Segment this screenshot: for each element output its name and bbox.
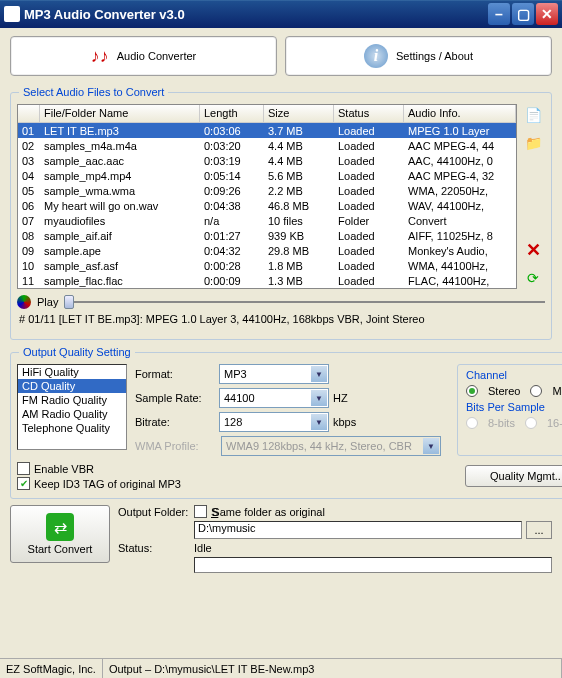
table-row[interactable]: 02samples_m4a.m4a0:03:204.4 MBLoadedAAC … [18, 138, 516, 153]
table-row[interactable]: 07myaudiofilesn/a10 filesFolderConvert [18, 213, 516, 228]
settings-about-button[interactable]: i Settings / About [285, 36, 552, 76]
minimize-button[interactable]: – [488, 3, 510, 25]
info-icon: i [364, 44, 388, 68]
add-file-icon[interactable]: 📄 [522, 104, 544, 126]
scroll-right-icon[interactable]: ▶ [499, 289, 516, 290]
statusbar: EZ SoftMagic, Inc. Output – D:\mymusic\L… [0, 658, 562, 678]
col-length[interactable]: Length [200, 105, 264, 122]
col-info[interactable]: Audio Info. [404, 105, 516, 122]
preset-item[interactable]: Telephone Quality [18, 421, 126, 435]
remove-icon[interactable]: ✕ [522, 239, 544, 261]
status-value: Idle [194, 542, 552, 554]
files-group-label: Select Audio Files to Convert [19, 86, 168, 98]
preset-item[interactable]: HiFi Quality [18, 365, 126, 379]
chevron-down-icon: ▼ [311, 414, 327, 430]
format-combo[interactable]: MP3▼ [219, 364, 329, 384]
preset-item[interactable]: FM Radio Quality [18, 393, 126, 407]
8bits-radio [466, 417, 478, 429]
bitrate-unit: kbps [333, 416, 363, 428]
start-convert-button[interactable]: ⇄ Start Convert [10, 505, 110, 563]
audio-converter-label: Audio Converter [117, 50, 197, 62]
chevron-down-icon: ▼ [311, 390, 327, 406]
16bits-radio [525, 417, 537, 429]
audio-converter-button[interactable]: ♪♪ Audio Converter [10, 36, 277, 76]
col-status[interactable]: Status [334, 105, 404, 122]
convert-icon: ⇄ [46, 513, 74, 541]
preset-item[interactable]: AM Radio Quality [18, 407, 126, 421]
refresh-icon[interactable]: ⟳ [522, 267, 544, 289]
chevron-down-icon: ▼ [423, 438, 439, 454]
table-row[interactable]: 05sample_wma.wma0:09:262.2 MBLoadedWMA, … [18, 183, 516, 198]
settings-about-label: Settings / About [396, 50, 473, 62]
wma-combo: WMA9 128kbps, 44 kHz, Stereo, CBR▼ [221, 436, 441, 456]
table-header[interactable]: File/Folder Name Length Size Status Audi… [18, 105, 516, 123]
channel-label: Channel [466, 369, 562, 381]
quality-group-label: Output Quality Setting [19, 346, 135, 358]
browse-button[interactable]: ... [526, 521, 552, 539]
output-folder-input[interactable]: D:\mymusic [194, 521, 522, 539]
play-label[interactable]: Play [37, 296, 58, 308]
app-icon [4, 6, 20, 22]
play-icon[interactable] [17, 295, 31, 309]
chevron-down-icon: ▼ [311, 366, 327, 382]
rate-combo[interactable]: 44100▼ [219, 388, 329, 408]
status-company: EZ SoftMagic, Inc. [0, 659, 103, 678]
progress-bar [194, 557, 552, 573]
music-icon: ♪♪ [91, 46, 109, 67]
enable-vbr-checkbox[interactable] [17, 462, 30, 475]
preset-item[interactable]: CD Quality [18, 379, 126, 393]
stereo-radio[interactable] [466, 385, 478, 397]
bitrate-combo[interactable]: 128▼ [219, 412, 329, 432]
mono-radio[interactable] [530, 385, 542, 397]
channel-group: Channel Stereo Mono Bits Per Sample 8-bi… [457, 364, 562, 456]
files-group: Select Audio Files to Convert File/Folde… [10, 86, 552, 340]
titlebar[interactable]: MP3 Audio Converter v3.0 – ▢ ✕ [0, 0, 562, 28]
table-row[interactable]: 09sample.ape0:04:3229.8 MBLoadedMonkey's… [18, 243, 516, 258]
playback-slider[interactable] [64, 293, 545, 311]
rate-label: Sample Rate: [135, 392, 215, 404]
maximize-button[interactable]: ▢ [512, 3, 534, 25]
now-playing-info: # 01/11 [LET IT BE.mp3]: MPEG 1.0 Layer … [19, 313, 545, 325]
quality-group: Output Quality Setting HiFi QualityCD Qu… [10, 346, 562, 499]
keep-id3-checkbox[interactable]: ✔ [17, 477, 30, 490]
status-label: Status: [118, 542, 190, 554]
add-folder-icon[interactable]: 📁 [522, 132, 544, 154]
quality-mgmt-button[interactable]: Quality Mgmt... [465, 465, 562, 487]
horizontal-scrollbar[interactable]: ◀ ▶ [18, 288, 516, 289]
col-name[interactable]: File/Folder Name [40, 105, 200, 122]
output-folder-label: Output Folder: [118, 506, 190, 518]
table-row[interactable]: 04sample_mp4.mp40:05:145.6 MBLoadedAAC M… [18, 168, 516, 183]
close-button[interactable]: ✕ [536, 3, 558, 25]
table-row[interactable]: 10sample_asf.asf0:00:281.8 MBLoadedWMA, … [18, 258, 516, 273]
bitrate-label: Bitrate: [135, 416, 215, 428]
bits-label: Bits Per Sample [466, 401, 562, 413]
wma-label: WMA Profile: [135, 440, 215, 452]
table-row[interactable]: 06My heart will go on.wav0:04:3846.8 MBL… [18, 198, 516, 213]
same-folder-checkbox[interactable] [194, 505, 207, 518]
table-row[interactable]: 03sample_aac.aac0:03:194.4 MBLoadedAAC, … [18, 153, 516, 168]
window-title: MP3 Audio Converter v3.0 [24, 7, 488, 22]
rate-unit: HZ [333, 392, 363, 404]
col-size[interactable]: Size [264, 105, 334, 122]
table-row[interactable]: 08sample_aif.aif0:01:27939 KBLoadedAIFF,… [18, 228, 516, 243]
scroll-left-icon[interactable]: ◀ [18, 289, 35, 290]
quality-preset-list[interactable]: HiFi QualityCD QualityFM Radio QualityAM… [17, 364, 127, 450]
table-row[interactable]: 11sample_flac.flac0:00:091.3 MBLoadedFLA… [18, 273, 516, 288]
status-output: Output – D:\mymusic\LET IT BE-New.mp3 [103, 659, 562, 678]
same-folder-label: SSame folder as original [211, 506, 325, 518]
table-row[interactable]: 01LET IT BE.mp30:03:063.7 MBLoadedMPEG 1… [18, 123, 516, 138]
file-table[interactable]: File/Folder Name Length Size Status Audi… [17, 104, 517, 289]
format-label: Format: [135, 368, 215, 380]
